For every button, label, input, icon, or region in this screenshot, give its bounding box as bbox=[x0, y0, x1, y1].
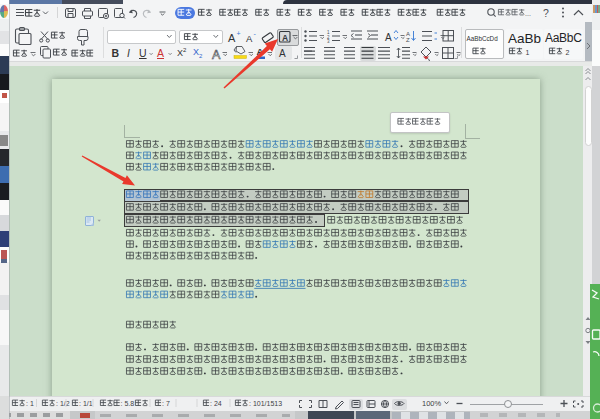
svg-text:A: A bbox=[212, 48, 221, 62]
svg-text:A: A bbox=[385, 32, 392, 43]
svg-text:-: - bbox=[254, 30, 257, 37]
svg-text:+: + bbox=[237, 30, 241, 37]
svg-text:1: 1 bbox=[526, 49, 530, 56]
svg-text:?: ? bbox=[543, 7, 549, 19]
svg-text:A: A bbox=[279, 48, 286, 59]
svg-text:Z: Z bbox=[406, 37, 410, 43]
svg-text:A: A bbox=[228, 32, 236, 44]
svg-text:A: A bbox=[282, 33, 288, 43]
svg-text:2: 2 bbox=[566, 49, 570, 56]
svg-text:...: ... bbox=[525, 10, 531, 17]
svg-text:A: A bbox=[246, 33, 253, 44]
svg-text:3: 3 bbox=[327, 39, 330, 44]
